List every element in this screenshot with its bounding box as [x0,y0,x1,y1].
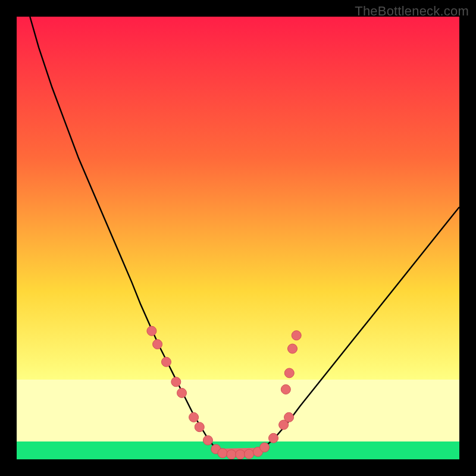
data-dot [236,450,245,459]
data-dot [260,443,270,452]
data-dots-group [147,326,301,459]
data-dot [177,388,187,397]
watermark-text: TheBottleneck.com [355,4,469,19]
data-dot [284,368,294,378]
data-dot [147,326,156,336]
plot-area [17,17,459,459]
data-dot [171,377,181,387]
data-dot [195,422,204,432]
data-dot [288,344,298,353]
data-dot [245,449,254,459]
data-dot [269,433,278,443]
data-dot [203,436,212,445]
outer-frame: TheBottleneck.com [0,0,476,476]
data-dot [227,450,236,459]
data-dot [218,449,227,458]
chart-svg [17,17,459,459]
bottleneck-curve [30,17,459,455]
data-dot [161,357,171,367]
data-dot [292,331,301,340]
data-dot [153,340,162,349]
data-dot [281,384,290,394]
data-dot [189,412,199,422]
data-dot [284,412,294,422]
